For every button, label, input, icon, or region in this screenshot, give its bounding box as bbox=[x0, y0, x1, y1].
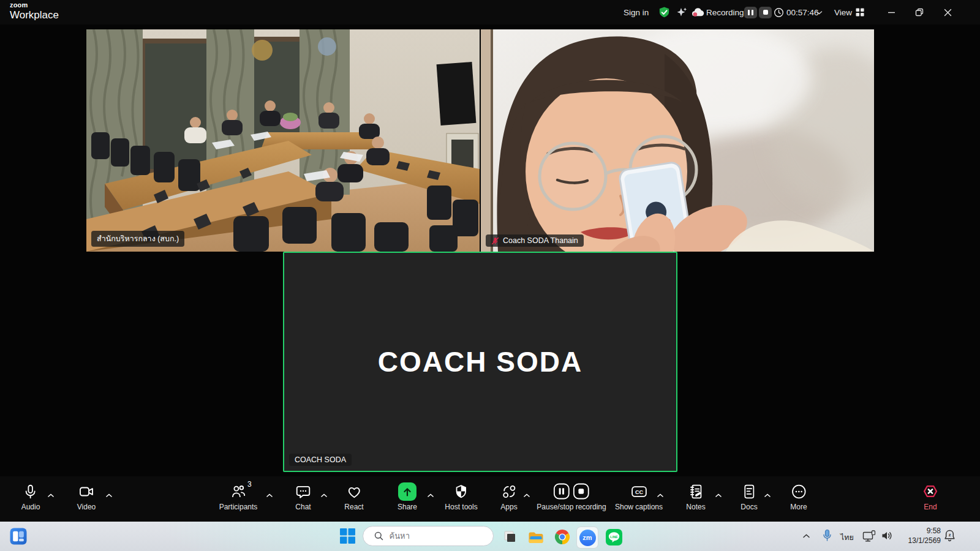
chat-options-chevron[interactable] bbox=[321, 489, 328, 500]
sign-in-button[interactable]: Sign in bbox=[624, 0, 649, 24]
host-tools-button[interactable]: Host tools bbox=[445, 482, 477, 511]
tray-network-icon[interactable] bbox=[862, 530, 876, 542]
video-tile-coach-soda-active[interactable]: COACH SODA COACH SODA bbox=[283, 252, 677, 472]
speaker-icon bbox=[881, 530, 893, 541]
brand-zoom: zoom bbox=[10, 2, 59, 9]
zoom-app-button[interactable]: zm bbox=[576, 527, 598, 549]
tray-clock[interactable]: 9:58 13/1/2569 bbox=[908, 526, 941, 545]
chrome-icon bbox=[554, 529, 570, 545]
svg-text:LINE: LINE bbox=[610, 534, 618, 538]
pause-stop-recording-button[interactable]: Pause/stop recording bbox=[537, 482, 606, 511]
tray-mic-icon bbox=[822, 529, 832, 542]
docs-options-chevron[interactable] bbox=[764, 489, 771, 500]
tray-date-text: 13/1/2569 bbox=[908, 536, 941, 545]
chrome-button[interactable] bbox=[552, 527, 573, 547]
taskbar-app-window[interactable] bbox=[499, 527, 520, 547]
video-tile-coach-soda-thanain[interactable]: Coach SODA Thanain bbox=[481, 29, 874, 252]
zoom-workplace-window: zoom Workplace Sign in Recording... 00:5… bbox=[0, 0, 980, 551]
heart-icon bbox=[346, 482, 362, 501]
participants-count-badge: 3 bbox=[247, 480, 252, 489]
more-button[interactable]: More bbox=[790, 482, 807, 511]
line-app-button[interactable]: LINE bbox=[603, 527, 624, 547]
tray-notification-bell[interactable]: z bbox=[943, 529, 956, 543]
file-explorer-button[interactable] bbox=[526, 527, 546, 547]
display-name-text: COACH SODA bbox=[284, 253, 676, 471]
folder-icon bbox=[527, 529, 545, 545]
apps-button[interactable]: Apps bbox=[500, 482, 517, 511]
tray-time-text: 9:58 bbox=[908, 526, 941, 536]
tray-volume-icon[interactable] bbox=[881, 530, 893, 541]
tray-microphone-in-use[interactable] bbox=[822, 529, 832, 542]
stop-recording-button[interactable] bbox=[759, 0, 772, 24]
bell-dnd-icon: z bbox=[943, 529, 956, 543]
end-meeting-button[interactable]: End bbox=[922, 482, 939, 511]
notes-options-chevron[interactable] bbox=[715, 489, 722, 500]
windows-logo-icon bbox=[339, 528, 356, 544]
tray-language-indicator[interactable]: ไทย bbox=[840, 531, 854, 544]
chat-button[interactable]: Chat bbox=[295, 482, 311, 511]
cloud-recording-icon bbox=[691, 0, 705, 24]
view-grid-icon[interactable] bbox=[855, 0, 865, 24]
show-captions-button[interactable]: CC Show captions bbox=[615, 482, 663, 511]
participants-icon bbox=[230, 482, 246, 501]
widgets-button[interactable] bbox=[10, 528, 27, 545]
shield-icon bbox=[453, 482, 469, 501]
stop-icon bbox=[759, 7, 772, 18]
participant-name-label: สำนักบริหารกลาง (สบก.) bbox=[91, 231, 184, 247]
ellipsis-icon bbox=[791, 482, 807, 501]
participant-name-label: COACH SODA bbox=[289, 454, 352, 466]
timer-chevron-down-icon[interactable] bbox=[816, 0, 823, 24]
security-shield-icon[interactable] bbox=[658, 0, 671, 24]
notes-button[interactable]: Notes bbox=[686, 482, 705, 511]
tray-show-hidden-icons[interactable] bbox=[802, 533, 810, 539]
video-tile-meeting-room[interactable]: สำนักบริหารกลาง (สบก.) bbox=[86, 29, 480, 252]
titlebar: zoom Workplace Sign in Recording... 00:5… bbox=[0, 0, 980, 24]
end-call-icon bbox=[922, 482, 939, 501]
chat-bubble-icon bbox=[295, 482, 311, 501]
minimize-button[interactable] bbox=[882, 0, 900, 24]
line-app-icon: LINE bbox=[606, 529, 622, 545]
monitor-plug-icon bbox=[862, 530, 876, 542]
share-button[interactable]: Share bbox=[398, 482, 417, 511]
ai-companion-sparkle-icon[interactable] bbox=[676, 0, 688, 24]
react-button[interactable]: React bbox=[344, 482, 363, 511]
brand-workplace: Workplace bbox=[10, 10, 59, 20]
notebook-icon bbox=[688, 482, 704, 501]
app-window-icon bbox=[502, 529, 518, 545]
taskbar-search-box[interactable] bbox=[363, 526, 494, 546]
start-button[interactable] bbox=[339, 528, 356, 544]
document-icon bbox=[741, 482, 757, 501]
audio-button[interactable]: Audio bbox=[21, 482, 40, 511]
meeting-video-area: สำนักบริหารกลาง (สบก.) bbox=[0, 24, 980, 476]
captions-options-chevron[interactable] bbox=[657, 489, 664, 500]
svg-text:z: z bbox=[949, 532, 951, 538]
pause-icon bbox=[744, 7, 757, 18]
participants-options-chevron[interactable] bbox=[266, 489, 273, 500]
apps-icon bbox=[501, 482, 517, 501]
chevron-up-icon bbox=[802, 533, 810, 539]
audio-options-chevron[interactable] bbox=[48, 489, 55, 500]
restore-window-button[interactable] bbox=[910, 0, 929, 24]
meeting-toolbar: Audio Video Participants 3 Chat React bbox=[0, 476, 980, 522]
video-button[interactable]: Video bbox=[77, 482, 96, 511]
meeting-timer: 00:57:46 bbox=[786, 0, 819, 24]
video-options-chevron[interactable] bbox=[106, 489, 113, 500]
video-camera-icon bbox=[78, 482, 94, 501]
muted-mic-icon bbox=[491, 237, 499, 245]
apps-options-chevron[interactable] bbox=[524, 489, 530, 500]
clock-icon bbox=[774, 0, 784, 24]
share-up-arrow-icon bbox=[398, 482, 417, 501]
zoom-workplace-logo: zoom Workplace bbox=[10, 2, 59, 20]
closed-captions-icon: CC bbox=[630, 482, 647, 501]
pause-recording-button[interactable] bbox=[744, 0, 757, 24]
view-button[interactable]: View bbox=[834, 0, 852, 24]
search-input[interactable] bbox=[388, 531, 483, 541]
docs-button[interactable]: Docs bbox=[741, 482, 757, 511]
meeting-room-scene bbox=[86, 29, 480, 252]
windows-taskbar: zm LINE ไทย 9:58 13/1/2569 z bbox=[0, 522, 980, 551]
share-options-chevron[interactable] bbox=[428, 489, 434, 500]
widgets-icon bbox=[10, 528, 27, 545]
participant-name-label: Coach SODA Thanain bbox=[486, 234, 584, 247]
close-window-button[interactable] bbox=[938, 0, 957, 24]
microphone-icon bbox=[23, 482, 39, 501]
